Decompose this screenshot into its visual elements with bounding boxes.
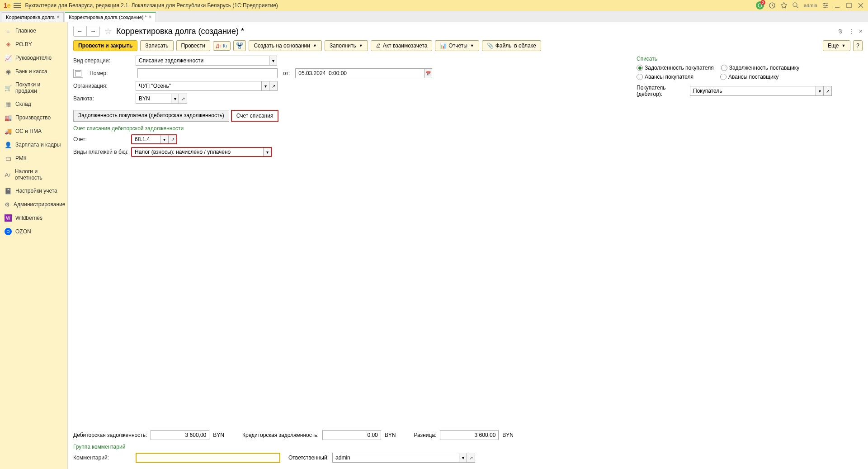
maximize-icon[interactable] xyxy=(845,2,853,9)
help-button[interactable]: ? xyxy=(853,40,863,51)
hamburger-icon[interactable] xyxy=(14,3,21,8)
number-input[interactable] xyxy=(137,68,278,78)
cred-value[interactable] xyxy=(322,430,381,440)
sidebar-item-manager[interactable]: 📈Руководителю xyxy=(0,51,67,65)
favorite-icon[interactable]: ☆ xyxy=(104,26,112,36)
toolbar: Провести и закрыть Записать Провести ДтК… xyxy=(73,40,863,51)
create-based-button[interactable]: Создать на основании▼ xyxy=(249,40,321,51)
notifications-icon[interactable]: 2 xyxy=(756,1,764,9)
subtab-account[interactable]: Счет списания xyxy=(231,110,279,122)
responsible-input[interactable] xyxy=(332,453,459,463)
chevron-down-icon[interactable]: ▾ xyxy=(171,94,179,104)
more-button[interactable]: Еще▼ xyxy=(823,40,850,51)
chevron-down-icon: ▼ xyxy=(470,43,474,48)
sidebar-item-admin[interactable]: ⚙Администрирование xyxy=(0,198,67,211)
link-icon[interactable] xyxy=(837,28,844,34)
op-select[interactable]: ▾ xyxy=(136,56,277,66)
radio-advance-buyer[interactable]: Авансы покупателя xyxy=(637,74,693,80)
post-close-button[interactable]: Провести и закрыть xyxy=(73,40,137,51)
files-button[interactable]: 📎Файлы в облаке xyxy=(482,40,541,51)
sidebar-item-rmk[interactable]: 🗃РМК xyxy=(0,152,67,165)
chevron-down-icon[interactable]: ▾ xyxy=(269,56,277,66)
open-icon[interactable]: ↗ xyxy=(168,135,176,143)
chevron-down-icon[interactable]: ▾ xyxy=(459,453,467,463)
open-icon[interactable]: ↗ xyxy=(824,86,832,96)
structure-button[interactable] xyxy=(233,40,246,51)
radio-advance-supplier[interactable]: Авансы поставщику xyxy=(720,74,778,80)
sidebar-item-assets[interactable]: 🚚ОС и НМА xyxy=(0,124,67,138)
doc-tab-1[interactable]: Корректировка долга × xyxy=(2,12,64,22)
account-select[interactable]: ▾ ↗ xyxy=(131,134,177,144)
sidebar-item-production[interactable]: 🏭Производство xyxy=(0,111,67,124)
sidebar-item-settings[interactable]: 📓Настройки учета xyxy=(0,184,67,198)
open-icon[interactable]: ↗ xyxy=(269,81,278,91)
currency-select[interactable]: ▾ ↗ xyxy=(136,94,187,104)
minimize-icon[interactable] xyxy=(834,2,841,9)
close-icon[interactable]: × xyxy=(57,14,60,20)
subtab-debt[interactable]: Задолженность покупателя (дебиторская за… xyxy=(73,110,229,122)
settings-icon[interactable] xyxy=(822,2,829,9)
sidebar-item-bank[interactable]: ◉Банк и касса xyxy=(0,65,67,78)
print-icon: 🖨 xyxy=(376,43,381,49)
btn-label: Файлы в облаке xyxy=(495,43,536,49)
radio-icon xyxy=(637,65,643,71)
chevron-down-icon[interactable]: ▾ xyxy=(816,86,824,96)
op-input[interactable] xyxy=(136,56,269,66)
sidebar-item-poby[interactable]: ✳PO.BY xyxy=(0,38,67,51)
org-input[interactable] xyxy=(136,81,261,91)
radio-debt-buyer[interactable]: Задолженность покупателя xyxy=(637,65,714,71)
forward-button[interactable]: → xyxy=(87,26,99,36)
dtkt-button[interactable]: ДтКт xyxy=(213,41,231,51)
chevron-down-icon: ▼ xyxy=(313,43,317,48)
back-button[interactable]: ← xyxy=(74,26,87,36)
fill-button[interactable]: Заполнить▼ xyxy=(325,40,368,51)
sidebar-item-sales[interactable]: 🛒Покупки и продажи xyxy=(0,78,67,97)
currency-input[interactable] xyxy=(136,94,171,104)
sidebar-item-label: Руководителю xyxy=(15,55,52,61)
history-icon[interactable] xyxy=(769,2,776,9)
svg-point-2 xyxy=(793,3,797,7)
sidebar-item-ozon[interactable]: OOZON xyxy=(0,225,67,238)
sidebar-item-warehouse[interactable]: ▦Склад xyxy=(0,97,67,111)
date-field[interactable]: 📅 xyxy=(295,68,432,78)
btn-label: Заполнить xyxy=(330,43,356,49)
account-input[interactable] xyxy=(132,135,160,143)
search-icon[interactable] xyxy=(792,2,799,9)
chevron-down-icon[interactable]: ▾ xyxy=(261,81,269,91)
diff-value[interactable] xyxy=(440,430,499,440)
notif-count: 2 xyxy=(760,0,765,5)
buyer-input[interactable] xyxy=(690,86,816,96)
date-input[interactable] xyxy=(295,68,424,78)
user-name[interactable]: admin xyxy=(804,3,817,8)
star-icon[interactable] xyxy=(780,2,788,9)
post-button[interactable]: Провести xyxy=(176,40,210,51)
svg-rect-9 xyxy=(239,47,241,48)
sidebar-item-wildberries[interactable]: WWildberries xyxy=(0,211,67,225)
calendar-icon[interactable]: 📅 xyxy=(424,68,432,78)
chevron-down-icon[interactable]: ▾ xyxy=(263,148,271,156)
doc-tab-label: Корректировка долга xyxy=(6,14,55,20)
org-select[interactable]: ▾ ↗ xyxy=(136,81,278,91)
reports-button[interactable]: 📊Отчеты▼ xyxy=(435,40,479,51)
act-button[interactable]: 🖨Акт взаимозачета xyxy=(371,40,433,51)
close-icon[interactable]: × xyxy=(149,14,152,20)
sidebar-item-main[interactable]: ≡Главное xyxy=(0,24,67,38)
chevron-down-icon[interactable]: ▾ xyxy=(160,135,168,143)
more-vertical-icon[interactable]: ⋮ xyxy=(848,28,854,35)
responsible-select[interactable]: ▾ ↗ xyxy=(332,453,475,463)
open-icon[interactable]: ↗ xyxy=(179,94,187,104)
close-page-icon[interactable]: × xyxy=(859,28,863,35)
calendar-button[interactable] xyxy=(73,69,83,78)
record-button[interactable]: Записать xyxy=(140,40,173,51)
comment-input[interactable] xyxy=(136,453,280,463)
close-window-icon[interactable] xyxy=(857,2,864,9)
deb-value[interactable] xyxy=(151,430,209,440)
sidebar-item-tax[interactable]: AтНалоги и отчетность xyxy=(0,165,67,184)
doc-tab-2[interactable]: Корректировка долга (создание) * × xyxy=(65,12,156,22)
radio-debt-supplier[interactable]: Задолженность поставщику xyxy=(721,65,800,71)
buyer-select[interactable]: ▾ ↗ xyxy=(690,86,832,96)
payment-select[interactable]: ▾ xyxy=(131,147,272,157)
open-icon[interactable]: ↗ xyxy=(467,453,475,463)
sidebar-item-payroll[interactable]: 👤Зарплата и кадры xyxy=(0,138,67,152)
payment-input[interactable] xyxy=(132,148,263,156)
